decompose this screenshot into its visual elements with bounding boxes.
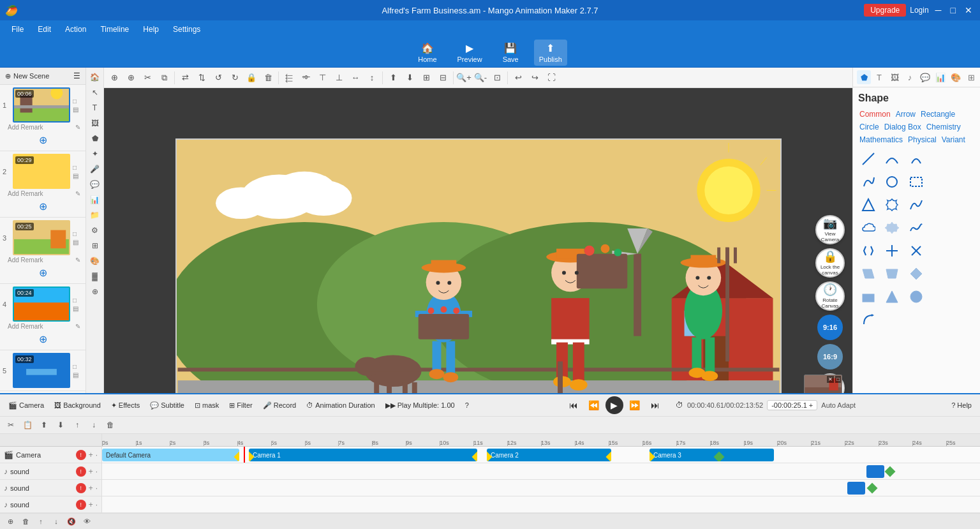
shape-triangle[interactable]: [858, 195, 879, 215]
pb-goto-end[interactable]: ⏭: [646, 396, 664, 414]
ct-align-ch[interactable]: ↔: [348, 70, 363, 86]
ct-copy[interactable]: ⊕: [107, 70, 122, 86]
tool-settings2[interactable]: ⚙: [88, 223, 102, 237]
scene-remark-edit-1[interactable]: ✎: [75, 124, 80, 131]
tb-delete-track[interactable]: 🗑: [19, 515, 32, 528]
menu-action[interactable]: Action: [59, 22, 93, 36]
scene-remark-2[interactable]: Add Remark: [5, 190, 46, 198]
tool-text[interactable]: T: [88, 101, 102, 115]
tool-animation[interactable]: ✦: [88, 147, 102, 161]
scene-edit-4[interactable]: □: [73, 297, 78, 304]
ct-cut[interactable]: ✂: [140, 70, 155, 86]
scene-thumb-4[interactable]: 00:24: [13, 287, 70, 322]
ct-order-b[interactable]: ⬇: [402, 70, 417, 86]
shape-splat2[interactable]: [882, 218, 902, 238]
camera-block-2[interactable]: Camera 2: [487, 449, 611, 461]
camera-block-1[interactable]: Camera 1: [249, 449, 477, 461]
panel-tab-more[interactable]: ⊞: [964, 70, 978, 84]
scene-remark-edit-2[interactable]: ✎: [75, 190, 80, 197]
shape-cat-dialog[interactable]: Dialog Box: [883, 122, 923, 132]
ct-paste[interactable]: ⊕: [123, 70, 138, 86]
ct-undo[interactable]: ↩: [510, 70, 526, 86]
publish-button[interactable]: ⬆ Publish: [534, 40, 567, 66]
shape-cat-variant[interactable]: Variant: [940, 135, 967, 145]
preview-button[interactable]: ▶ Preview: [452, 40, 487, 66]
shape-cat-arrow[interactable]: Arrow: [895, 109, 917, 119]
ct-ungroup[interactable]: ⊟: [435, 70, 450, 86]
tool-extra[interactable]: ⊕: [88, 285, 102, 299]
ct-group[interactable]: ⊞: [419, 70, 434, 86]
mini-preview-close[interactable]: ✕: [827, 376, 834, 383]
scene-add-3[interactable]: ⊕: [3, 265, 83, 281]
tc-filter[interactable]: ⊞ Filter: [226, 400, 255, 411]
pb-step-back[interactable]: ⏪: [585, 396, 603, 414]
shape-rect-filled[interactable]: [858, 287, 879, 307]
shape-arrow-curved[interactable]: [858, 309, 879, 330]
shape-bracket[interactable]: [858, 241, 879, 261]
ct-redo[interactable]: ↪: [527, 70, 542, 86]
tool-image[interactable]: 🖼: [88, 116, 102, 130]
shape-line[interactable]: [858, 149, 879, 169]
menu-file[interactable]: File: [5, 22, 30, 36]
save-button[interactable]: 💾 Save: [498, 40, 524, 66]
tool-folder[interactable]: 📁: [88, 208, 102, 222]
ct-rotate-l[interactable]: ↺: [211, 70, 226, 86]
shape-circle-filled[interactable]: [906, 287, 926, 307]
menu-help[interactable]: Help: [137, 22, 165, 36]
tc-mask[interactable]: ⊡ mask: [191, 400, 222, 411]
shape-curve1[interactable]: [882, 149, 902, 169]
scene-thumb-3[interactable]: 00:25: [13, 220, 70, 255]
tt-move-down[interactable]: ↓: [87, 418, 101, 432]
minimize-button[interactable]: ─: [933, 5, 944, 15]
tool-shape[interactable]: ⬟: [88, 131, 102, 145]
panel-tab-text[interactable]: T: [872, 70, 886, 84]
panel-tab-music[interactable]: ♪: [903, 70, 917, 84]
sound-track-plus-3[interactable]: +: [89, 500, 93, 509]
scene-thumb-5[interactable]: 00:32: [13, 353, 70, 388]
scene-add-1[interactable]: ⊕: [3, 132, 83, 148]
ct-align-r[interactable]: ⬲: [298, 70, 313, 86]
maximize-button[interactable]: □: [948, 5, 958, 15]
tc-help-hint[interactable]: ?: [462, 400, 472, 410]
lock-canvas-button[interactable]: 🔒 Lock the canvas: [815, 248, 845, 278]
shape-cat-math[interactable]: Mathematics: [858, 135, 904, 145]
ratio-916-button[interactable]: 9:16: [817, 315, 843, 340]
scene-more-4[interactable]: ▤: [73, 305, 78, 312]
scene-remark-3[interactable]: Add Remark: [5, 256, 46, 264]
tool-subtitle[interactable]: 💬: [88, 177, 102, 191]
scene-item-4[interactable]: 4 00:24 □ ▤ Add Remark ✎ ⊕: [0, 284, 85, 350]
shape-splat[interactable]: [882, 195, 902, 215]
tb-add-track[interactable]: ⊕: [4, 515, 17, 528]
camera-track-menu[interactable]: ·: [96, 451, 98, 459]
view-camera-button[interactable]: 📷 View Camera: [815, 215, 845, 244]
menu-edit[interactable]: Edit: [31, 22, 57, 36]
shape-cross-arrows[interactable]: [882, 241, 902, 261]
panel-tab-shapes[interactable]: ⬟: [857, 70, 871, 84]
panel-tab-chart[interactable]: 📊: [933, 70, 947, 84]
mini-preview-expand[interactable]: □: [835, 376, 841, 383]
tool-filter[interactable]: ⊞: [88, 239, 102, 253]
scene-add-2[interactable]: ⊕: [3, 198, 83, 214]
scene-remark-edit-4[interactable]: ✎: [75, 323, 80, 330]
scene-remark-edit-3[interactable]: ✎: [75, 257, 80, 264]
scene-more-3[interactable]: ▤: [73, 239, 78, 246]
shape-wavy-line[interactable]: [906, 218, 926, 238]
scene-edit-5[interactable]: □: [73, 363, 78, 370]
sound-track-plus-1[interactable]: +: [89, 467, 93, 476]
camera-track-plus[interactable]: +: [89, 451, 93, 459]
scene-item-2[interactable]: 2 00:29 □ ▤ Add Remark ✎ ⊕: [0, 151, 85, 218]
panel-tab-brush[interactable]: 🎨: [949, 70, 963, 84]
timeline-help-button[interactable]: ? Help: [948, 400, 975, 410]
tt-cut[interactable]: ✂: [4, 418, 18, 432]
scene-thumb-1[interactable]: 00:06: [13, 87, 70, 123]
tool-voice[interactable]: 🎤: [88, 162, 102, 176]
close-button[interactable]: ✕: [962, 5, 975, 15]
shape-circle-outline[interactable]: [882, 172, 902, 192]
scene-more-5[interactable]: ▤: [73, 371, 78, 378]
new-scene-button[interactable]: ⊕ New Scene: [5, 72, 49, 80]
tc-animation-duration[interactable]: ⏱ Animation Duration: [303, 400, 378, 410]
tool-fill[interactable]: ▓: [88, 269, 102, 283]
tc-record[interactable]: 🎤 Record: [260, 400, 299, 411]
scene-more-1[interactable]: ▤: [73, 106, 78, 113]
ct-flip-h[interactable]: ⇄: [177, 70, 193, 86]
